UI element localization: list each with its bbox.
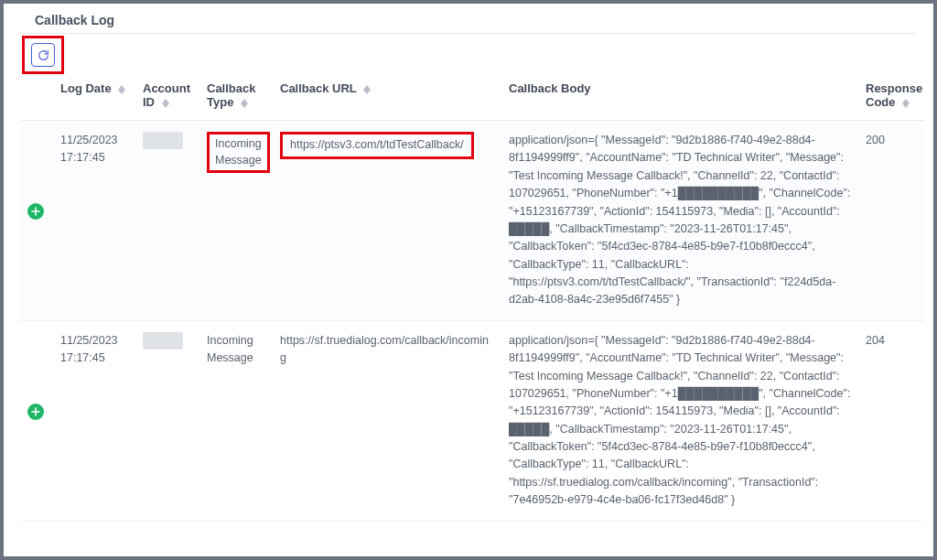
col-callback-url-header[interactable]: Callback URL — [273, 72, 501, 121]
cell-callback-body: application/json={ "MessageId": "9d2b188… — [501, 121, 858, 321]
svg-marker-3 — [162, 103, 169, 108]
svg-marker-1 — [118, 90, 125, 94]
sort-icon[interactable] — [363, 85, 371, 94]
svg-marker-9 — [902, 103, 910, 108]
cell-response-code: 204 — [858, 320, 924, 521]
col-account-id-header[interactable]: Account ID — [135, 72, 199, 121]
col-callback-body-header: Callback Body — [501, 72, 858, 121]
expand-row-button[interactable] — [27, 203, 44, 220]
cell-callback-url: https://sf.truedialog.com/callback/incom… — [273, 320, 501, 521]
cell-response-code: 200 — [858, 121, 924, 321]
table-row: 11/25/2023 17:17:45 █████ Incoming Messa… — [20, 121, 924, 321]
cell-account-id: █████ — [135, 121, 199, 321]
cell-callback-body: application/json={ "MessageId": "9d2b188… — [501, 320, 858, 521]
annotation-highlight: https://ptsv3.com/t/tdTestCallback/ — [280, 132, 474, 159]
toolbar — [20, 34, 917, 72]
svg-marker-5 — [241, 103, 248, 108]
cell-callback-type: Incoming Message — [199, 320, 273, 521]
plus-icon — [31, 207, 40, 216]
content-area: Log Date Account ID — [20, 33, 917, 522]
col-callback-type-header[interactable]: Callback Type — [199, 72, 273, 121]
cell-log-date: 11/25/2023 17:17:45 — [53, 320, 135, 521]
page-title: Callback Log — [4, 4, 933, 33]
cell-callback-url: https://ptsv3.com/t/tdTestCallback/ — [273, 121, 501, 321]
cell-callback-type: Incoming Message — [199, 121, 273, 321]
plus-icon — [31, 407, 40, 416]
table-header-row: Log Date Account ID — [20, 72, 924, 121]
refresh-icon — [38, 49, 49, 61]
cell-log-date: 11/25/2023 17:17:45 — [53, 121, 135, 321]
svg-marker-7 — [363, 90, 371, 94]
cell-account-id: █████ — [135, 320, 199, 521]
expand-row-button[interactable] — [27, 404, 44, 420]
annotation-highlight: Incoming Message — [207, 132, 270, 173]
sort-icon[interactable] — [902, 99, 910, 108]
sort-icon[interactable] — [241, 99, 248, 108]
col-expand-header — [20, 72, 53, 121]
table-row: 11/25/2023 17:17:45 █████ Incoming Messa… — [20, 320, 924, 521]
sort-icon[interactable] — [162, 99, 169, 108]
callback-log-table: Log Date Account ID — [20, 72, 924, 522]
col-response-code-header[interactable]: Response Code — [858, 72, 924, 121]
sort-icon[interactable] — [118, 85, 125, 94]
refresh-button[interactable] — [31, 43, 55, 67]
col-log-date-header[interactable]: Log Date — [53, 72, 135, 121]
callback-log-window: Callback Log Log Date — [4, 4, 933, 556]
